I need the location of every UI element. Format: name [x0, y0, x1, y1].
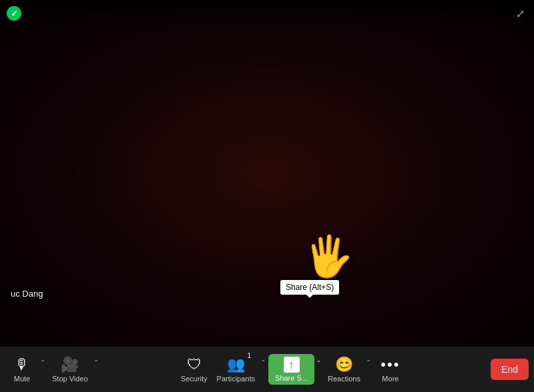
- security-icon: 🛡: [187, 356, 202, 373]
- share-screen-chevron[interactable]: ⌃: [314, 359, 322, 367]
- mute-chevron[interactable]: ⌃: [39, 359, 47, 366]
- participants-group: 👥 1 Participants ⌃: [213, 353, 267, 385]
- toolbar: 🎙 Mute ⌃ 🎥 Stop Video ⌃ 🛡 Security 👥 1 P…: [0, 347, 534, 392]
- share-screen-tooltip: Share (Alt+S): [280, 280, 339, 295]
- stop-video-label: Stop Video: [52, 375, 88, 383]
- share-screen-group: ↑ Share S... ⌃: [268, 354, 322, 385]
- participants-icon: 👥: [227, 356, 245, 373]
- reactions-chevron[interactable]: ⌃: [364, 359, 372, 366]
- top-bar: ✓ ⤢: [0, 0, 534, 27]
- more-label: More: [382, 375, 398, 383]
- reactions-label: Reactions: [328, 375, 360, 383]
- share-screen-icon: ↑: [284, 357, 300, 373]
- reactions-button[interactable]: 😊 Reactions: [324, 353, 364, 385]
- end-button[interactable]: End: [491, 359, 529, 380]
- share-screen-button[interactable]: ↑ Share S...: [268, 354, 314, 385]
- more-icon: •••: [380, 356, 400, 373]
- share-screen-label: Share S...: [275, 374, 308, 382]
- stop-video-chevron[interactable]: ⌃: [92, 359, 100, 366]
- zoom-check-icon: ✓: [11, 9, 18, 19]
- reactions-icon: 😊: [335, 356, 353, 373]
- participant-name-tag: uc Dang: [7, 287, 47, 300]
- security-button[interactable]: 🛡 Security: [177, 353, 212, 385]
- cursor-hand-pointer: 🖐: [304, 233, 354, 280]
- toolbar-center: 🛡 Security 👥 1 Participants ⌃ ↑ Share S.…: [177, 353, 407, 385]
- participants-button[interactable]: 👥 1 Participants: [213, 353, 259, 385]
- security-label: Security: [181, 375, 208, 383]
- mute-button[interactable]: 🎙 Mute: [5, 353, 39, 385]
- stop-video-group: 🎥 Stop Video ⌃: [48, 353, 100, 385]
- mute-group: 🎙 Mute ⌃: [5, 353, 47, 385]
- mute-label: Mute: [14, 375, 30, 383]
- zoom-logo: ✓: [7, 6, 21, 21]
- more-button[interactable]: ••• More: [374, 353, 407, 385]
- stop-video-button[interactable]: 🎥 Stop Video: [48, 353, 92, 385]
- video-area: ✓ ⤢ uc Dang 🖐 Share (Alt+S): [0, 0, 534, 347]
- toolbar-left: 🎙 Mute ⌃ 🎥 Stop Video ⌃: [5, 353, 100, 385]
- video-icon: 🎥: [61, 356, 79, 373]
- toolbar-right: End: [484, 359, 529, 380]
- participants-label: Participants: [217, 375, 255, 383]
- mute-icon: 🎙: [15, 356, 29, 373]
- reactions-group: 😊 Reactions ⌃: [324, 353, 372, 385]
- participants-badge: 1: [247, 352, 251, 359]
- fullscreen-button[interactable]: ⤢: [513, 5, 527, 23]
- participants-chevron[interactable]: ⌃: [259, 359, 267, 366]
